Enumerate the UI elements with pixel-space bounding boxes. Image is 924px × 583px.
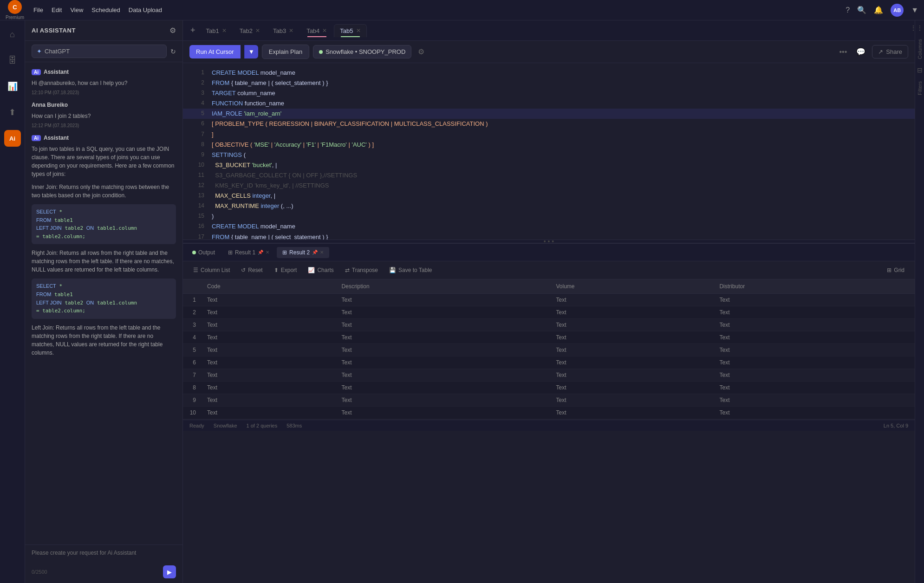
comment-icon[interactable]: 💬 [853,45,868,59]
tab-tab4-close[interactable]: ✕ [322,27,327,34]
tab-tab1[interactable]: Tab1 ✕ [200,24,233,37]
result-tab-result1[interactable]: ⊞ Result 1 📌 ✕ [222,247,275,258]
table-row: 10TextTextTextText [183,407,915,419]
col-header-num [183,279,202,294]
sender-2: Anna Bureiko [32,102,176,108]
sidebar-home[interactable]: ⌂ [4,26,21,43]
table-cell: Text [202,407,336,419]
main-layout: ⌂ 🗄 📊 ⬆ Ai AI ASSISTANT ⚙ ✦ ChatGPT ↻ Ai… [0,20,924,583]
table-cell: Text [714,344,915,356]
share-button[interactable]: ↗ Share [872,45,908,58]
table-cell: Text [336,306,551,319]
right-sidebar: ⋮⋮⋮ Columns ⊟ Filters [915,20,924,583]
tab-tab5-close[interactable]: ✕ [356,27,361,34]
menu-file[interactable]: File [33,6,43,13]
result-tab-result2-close[interactable]: ✕ [320,250,324,255]
run-at-cursor-button[interactable]: Run At Cursor [189,45,241,58]
ai-refresh-icon[interactable]: ↻ [170,48,176,55]
result-tab-result2[interactable]: ⊞ Result 2 📌 ✕ [277,247,329,258]
chevron-down-icon[interactable]: ▼ [911,6,918,14]
table-cell: Text [202,306,336,319]
filter-icon[interactable]: ⊟ [917,66,923,74]
resize-handle[interactable]: • • • [183,240,915,243]
table-row: 4TextTextTextText [183,331,915,344]
columns-icon[interactable]: ⋮⋮⋮ [910,24,924,32]
tab-add-button[interactable]: + [187,24,199,37]
transpose-button[interactable]: ⇄ Transpose [341,265,382,275]
connection-selector[interactable]: Snowflake • SNOOPY_PROD [313,45,411,58]
export-button[interactable]: ⬆ Export [270,265,301,275]
editor-area[interactable]: 1 CREATE MODEL model_name 2 FROM { table… [183,63,915,240]
status-connection: Snowflake [214,423,237,428]
column-list-label: Column List [201,267,230,273]
filters-label[interactable]: Filters [915,78,924,99]
col-header-code[interactable]: Code [202,279,336,294]
tab-tab1-close[interactable]: ✕ [222,27,227,34]
table-cell: Text [551,344,714,356]
tab-tab2-label: Tab2 [240,27,253,34]
ai-settings-icon[interactable]: ⚙ [169,26,176,35]
menu-items: File Edit View Scheduled Data Upload [33,6,836,13]
ai-input-field[interactable] [32,550,176,563]
reset-button[interactable]: ↺ Reset [237,265,266,275]
table-cell: Text [551,306,714,319]
menu-view[interactable]: View [70,6,83,13]
logo-icon: C [8,0,22,14]
tab-tab5[interactable]: Tab5 ✕ [334,24,366,37]
ai-send-button[interactable]: ▶ [163,565,176,578]
tab-tab4[interactable]: Tab4 ✕ [300,24,333,37]
reset-icon: ↺ [241,267,246,273]
tab-tab5-label: Tab5 [340,27,353,34]
tab-tab3-close[interactable]: ✕ [289,27,293,34]
result-tab-output[interactable]: Output [187,247,221,258]
result-tab-result1-close[interactable]: ✕ [266,250,269,255]
sidebar-upload[interactable]: ⬆ [4,104,21,121]
table-cell: Text [714,419,915,420]
row-num: 10 [183,407,202,419]
ai-input-footer: 0/2500 ▶ [32,565,176,578]
message-text-1: Hi @annabureiko, how can I help you? [32,79,176,87]
grid-button[interactable]: ⊞ Grid [883,265,908,275]
save-to-table-button[interactable]: 💾 Save to Table [385,265,436,275]
ai-panel-title: AI ASSISTANT [32,27,76,34]
sidebar-ai[interactable]: Ai [4,130,21,147]
table-cell: Text [714,319,915,331]
message-text-3d: Left Join: Returns all rows from the lef… [32,324,176,357]
connection-settings-icon[interactable]: ⚙ [415,45,427,59]
charts-button[interactable]: 📈 Charts [304,265,337,275]
code-line-1: 1 CREATE MODEL model_name [183,68,915,78]
user-avatar[interactable]: AB [891,4,904,17]
row-num: 9 [183,394,202,407]
code-line-15: 15 ) [183,211,915,221]
sidebar-database[interactable]: 🗄 [4,52,21,69]
col-header-distributor[interactable]: Distributor [714,279,915,294]
tab-tab3[interactable]: Tab3 ✕ [267,24,299,37]
explain-plan-button[interactable]: Explain Plan [262,45,309,59]
col-header-volume[interactable]: Volume [551,279,714,294]
table-cell: Text [336,369,551,382]
chat-provider-select[interactable]: ✦ ChatGPT [32,45,167,58]
table-row: 11TextTextTextText [183,419,915,420]
status-ready: Ready [189,423,204,428]
sidebar-chart[interactable]: 📊 [4,78,21,95]
table-cell: Text [551,382,714,394]
menu-data-upload[interactable]: Data Upload [129,6,162,13]
run-caret-button[interactable]: ▼ [244,45,258,58]
table-cell: Text [714,407,915,419]
row-num: 1 [183,294,202,306]
table-cell: Text [202,294,336,306]
tab-tab2[interactable]: Tab2 ✕ [234,24,266,37]
table-cell: Text [202,419,336,420]
more-options-icon[interactable]: ••• [836,45,850,59]
menu-scheduled[interactable]: Scheduled [91,6,120,13]
tab-tab2-close[interactable]: ✕ [255,27,260,34]
menu-edit[interactable]: Edit [52,6,62,13]
column-list-button[interactable]: ☰ Column List [189,265,234,275]
columns-label[interactable]: Columns [915,35,924,63]
notification-icon[interactable]: 🔔 [874,6,883,14]
sender-name-1: Assistant [44,69,69,75]
table-cell: Text [714,306,915,319]
help-icon[interactable]: ? [846,6,850,14]
col-header-description[interactable]: Description [336,279,551,294]
search-icon[interactable]: 🔍 [857,6,866,14]
